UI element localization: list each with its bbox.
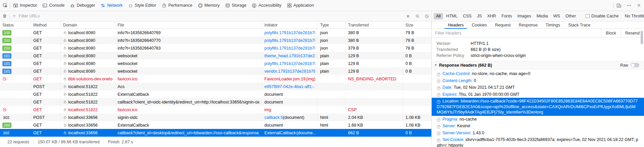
clear-requests-button[interactable] [0, 11, 9, 21]
type-filter-media[interactable]: Media [534, 13, 550, 19]
tab-inspector[interactable]: Inspector [10, 0, 40, 11]
column-header-initiator[interactable]: Initiator [262, 21, 318, 28]
details-scrollbar[interactable] [641, 31, 643, 44]
details-tab-response[interactable]: Response [515, 21, 542, 28]
details-tab-cookies[interactable]: Cookies [468, 21, 491, 28]
type-filter-ws[interactable]: WS [551, 13, 562, 19]
disable-cache-checkbox[interactable]: Disable Cache [586, 14, 618, 18]
header-help-icon[interactable]: ? [437, 79, 440, 83]
type-filter-images[interactable]: Images [515, 13, 533, 19]
request-row[interactable]: GETlocalhost:51822callback?client_id=oid… [0, 98, 431, 106]
header-name: Cache-Control [442, 71, 470, 76]
header-row[interactable]: ?Server: Kestrel [432, 123, 644, 130]
request-row[interactable]: GET8bit-solutions-dev.onelogin…favicon.i… [0, 75, 431, 83]
transferred-cell: 2.04 KB [346, 114, 403, 121]
tab-storage[interactable]: Storage [222, 0, 249, 11]
request-details-panel: HeadersCookiesRequestResponseTimingsStac… [431, 21, 644, 147]
header-row[interactable]: ?Server-Version: 1.43.0 [432, 130, 644, 137]
type-text: json [320, 30, 328, 35]
request-row[interactable]: 200GETlocalhost:8080info?t=1635826640769… [0, 29, 431, 36]
request-row[interactable]: 302GETlocalhost:33656callback?client_id=… [0, 129, 431, 137]
column-header-size[interactable]: Size [403, 21, 431, 28]
tab-performance[interactable]: Performance [159, 0, 195, 11]
column-header-status[interactable]: Status [0, 21, 31, 28]
header-help-icon[interactable]: ? [437, 139, 440, 142]
node-picker-button[interactable] [0, 0, 10, 11]
throttling-select[interactable]: No Throttling [625, 14, 644, 18]
type-filter-js[interactable]: JS [475, 13, 484, 19]
column-header-method[interactable]: Method [31, 21, 61, 28]
devtools-menu-button[interactable] [624, 0, 634, 11]
header-help-icon[interactable]: ? [437, 132, 440, 135]
column-header-file[interactable]: File [115, 21, 262, 28]
request-row[interactable]: 101GETlocalhost:8080websockettheme_head.… [0, 52, 431, 60]
tab-network[interactable]: Network [98, 0, 125, 11]
header-help-icon[interactable]: ? [437, 93, 440, 97]
header-row[interactable]: ?Cache-Control: no-store, no-cache, max-… [432, 70, 644, 77]
header-help-icon[interactable]: ? [437, 118, 440, 122]
headers-panel: VersionHTTP/1.1Transferred662 B (0 B siz… [432, 38, 644, 147]
column-header-type[interactable]: Type [318, 21, 346, 28]
tab-label: Memory [205, 3, 220, 8]
header-name: Date [442, 85, 451, 90]
header-help-icon[interactable]: ? [437, 100, 440, 104]
header-row[interactable]: ?Set-Cookie: idsrv=adf6cba1-7075-402b-9e… [432, 136, 644, 147]
header-row[interactable]: ?Date: Tue, 02 Nov 2021 04:17:21 GMT [432, 84, 644, 91]
method-text: GET [33, 107, 42, 112]
request-row[interactable]: POSTlocalhost:51822Acse957f897-042e-4ba1… [0, 83, 431, 90]
request-row[interactable]: 302POSTlocalhost:33656signin-oidccallbac… [0, 114, 431, 121]
request-row[interactable]: 200GETlocalhost:8080info?t=1635826640783… [0, 44, 431, 52]
type-filter-other[interactable]: Other [563, 13, 578, 19]
tab-application[interactable]: Application [284, 0, 317, 11]
request-row[interactable]: 200GETlocalhost:33656ExternalCallbackdoc… [0, 121, 431, 129]
type-filter-css[interactable]: CSS [461, 13, 474, 19]
header-row[interactable]: ?Expires: Thu, 01 Jan 1970 00:00:00 GMT [432, 91, 644, 98]
header-row[interactable]: ?Location: bitwarden://sso-callback?code… [432, 98, 644, 116]
lock-icon [63, 46, 67, 50]
funnel-icon [12, 14, 16, 18]
response-headers-section[interactable]: ▼ Response Headers (662 B) Raw [432, 61, 644, 69]
details-tab-timings[interactable]: Timings [542, 21, 564, 28]
tab-memory[interactable]: Memory [195, 0, 222, 11]
request-row[interactable]: GETlocalhost:51822ExternalCallbackdocume… [0, 90, 431, 98]
status-cell: 200 [0, 121, 31, 129]
header-help-icon[interactable]: ? [437, 86, 440, 90]
initiator-text: img [264, 107, 271, 112]
close-devtools-button[interactable] [634, 0, 644, 11]
search-button[interactable] [413, 11, 422, 21]
request-row[interactable]: 101GETlocalhost:8080websocketvendor.1791… [0, 67, 431, 75]
type-filter-html[interactable]: HTML [444, 13, 460, 19]
header-help-icon[interactable]: ? [437, 73, 440, 76]
headers-toolbar: Block Resend [432, 29, 644, 38]
domain-text: localhost:51822 [68, 107, 98, 112]
tab-accessibility[interactable]: Accessibility [249, 0, 284, 11]
header-help-icon[interactable]: ? [437, 125, 440, 129]
request-row[interactable]: GETlocalhost:51822favicon.icoimgCSP [0, 106, 431, 114]
initiator-link: polyfills.1791b137de281b787… [264, 61, 315, 66]
filter-headers-input[interactable] [432, 29, 601, 38]
raw-toggle[interactable] [631, 63, 639, 67]
responsive-design-button[interactable] [614, 0, 624, 11]
file-cell: info?t=1635826640769 [115, 29, 262, 36]
file-cell: callback?client_id=desktop&redirect_uri=… [115, 129, 262, 137]
header-row[interactable]: ?Pragma: no-cache [432, 116, 644, 123]
details-tab-request[interactable]: Request [491, 21, 515, 28]
type-filter-all[interactable]: All [434, 13, 443, 19]
tab-debugger[interactable]: Debugger [67, 0, 98, 11]
column-header-transferred[interactable]: Transferred [346, 21, 403, 28]
tab-console[interactable]: Console [40, 0, 67, 11]
pause-recording-button[interactable] [403, 11, 413, 21]
column-header-domain[interactable]: Domain [61, 21, 115, 28]
request-row[interactable]: 101GETlocalhost:8080websocketpolyfills.1… [0, 60, 431, 67]
tab-style-editor[interactable]: {}Style Editor [125, 0, 159, 11]
type-filter-fonts[interactable]: Fonts [499, 13, 514, 19]
tab-label: Performance [168, 3, 192, 8]
type-filter-xhr[interactable]: XHR [485, 13, 498, 19]
details-tab-headers[interactable]: Headers [444, 21, 468, 28]
block-url-button[interactable]: Block [601, 29, 620, 38]
header-row[interactable]: ?Content-Length: 0 [432, 77, 644, 84]
filter-urls-input[interactable] [18, 13, 400, 19]
block-requests-button[interactable] [422, 11, 431, 21]
details-tab-stack-trace[interactable]: Stack Trace [564, 21, 595, 28]
request-row[interactable]: 200GETlocalhost:8080info?t=1635826640770… [0, 36, 431, 44]
